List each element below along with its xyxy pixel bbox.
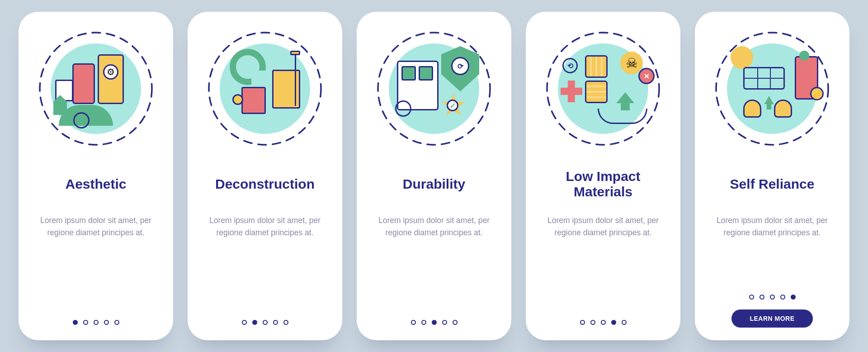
page-indicator: [73, 320, 119, 328]
page-dot[interactable]: [273, 320, 278, 325]
card-description: Lorem ipsum dolor sit amet, per regione …: [713, 214, 831, 239]
card-description: Lorem ipsum dolor sit amet, per regione …: [37, 214, 155, 239]
card-title: Self Reliance: [730, 167, 815, 201]
onboarding-cards-row: ⚙ Aesthetic Lorem ipsum dolor sit amet, …: [0, 0, 868, 352]
card-description: Lorem ipsum dolor sit amet, per regione …: [375, 214, 493, 239]
page-dot[interactable]: [622, 320, 627, 325]
page-dot[interactable]: [94, 320, 99, 325]
page-dot[interactable]: [760, 295, 764, 300]
durability-shield-icon: ⟳ ✓: [375, 30, 493, 147]
hero-art: ⚙: [45, 38, 146, 139]
low-impact-materials-icon: ⟲ ☠ ✕: [544, 30, 662, 147]
page-dot[interactable]: [749, 295, 754, 300]
hero-art: ⚡: [722, 38, 823, 139]
city-aesthetic-icon: ⚙: [37, 30, 155, 147]
learn-more-button[interactable]: LEARN MORE: [731, 309, 812, 328]
page-indicator: [242, 320, 288, 328]
onboarding-card: Deconstruction Lorem ipsum dolor sit ame…: [188, 12, 342, 340]
card-title: Deconstruction: [215, 167, 315, 201]
page-dot[interactable]: [442, 320, 447, 325]
onboarding-card: ⟲ ☠ ✕ Low Impact Materials Lorem ipsum d…: [526, 12, 680, 340]
page-dot[interactable]: [432, 320, 437, 325]
onboarding-card: ⚙ Aesthetic Lorem ipsum dolor sit amet, …: [19, 12, 173, 340]
card-title: Aesthetic: [65, 167, 126, 201]
card-title: Low Impact Materials: [539, 167, 667, 201]
page-dot[interactable]: [242, 320, 247, 325]
page-indicator: [580, 320, 627, 328]
onboarding-card: ⚡ Self Reliance Lorem ipsum dolor sit am…: [695, 12, 849, 340]
page-dot[interactable]: [263, 320, 268, 325]
hero-art: ⟲ ☠ ✕: [552, 38, 654, 139]
page-dot[interactable]: [283, 320, 288, 325]
page-dot[interactable]: [104, 320, 109, 325]
onboarding-card: ⟳ ✓ Durability Lorem ipsum dolor sit ame…: [357, 12, 511, 340]
page-dot[interactable]: [252, 320, 257, 325]
page-dot[interactable]: [453, 320, 458, 325]
page-dot[interactable]: [770, 295, 775, 300]
page-dot[interactable]: [73, 320, 78, 325]
hero-art: ⟳ ✓: [383, 38, 485, 139]
page-indicator: [749, 295, 796, 300]
card-description: Lorem ipsum dolor sit amet, per regione …: [206, 214, 324, 239]
page-dot[interactable]: [421, 320, 426, 325]
page-dot[interactable]: [601, 320, 606, 325]
self-reliance-solar-icon: ⚡: [713, 30, 831, 147]
card-description: Lorem ipsum dolor sit amet, per regione …: [544, 214, 662, 239]
hero-art: [214, 38, 316, 139]
page-dot[interactable]: [611, 320, 616, 325]
page-dot[interactable]: [590, 320, 595, 325]
deconstruction-icon: [206, 30, 324, 147]
page-dot[interactable]: [780, 295, 785, 300]
page-dot[interactable]: [114, 320, 119, 325]
page-dot[interactable]: [411, 320, 416, 325]
page-dot[interactable]: [580, 320, 585, 325]
page-dot[interactable]: [83, 320, 88, 325]
page-dot[interactable]: [791, 295, 796, 300]
card-title: Durability: [403, 167, 465, 201]
page-indicator: [411, 320, 458, 328]
